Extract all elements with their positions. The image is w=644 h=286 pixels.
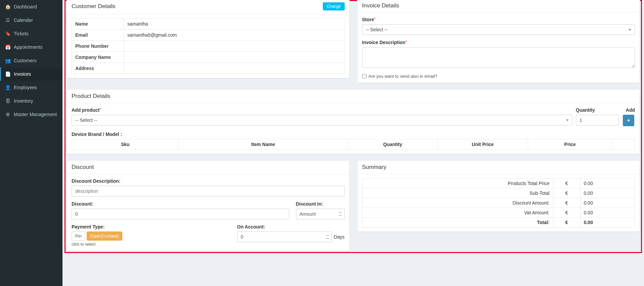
discount-input[interactable] xyxy=(72,209,289,219)
sidebar-item-tickets[interactable]: 🔖 Tickets xyxy=(0,27,62,40)
product-table: Sku Item Name Quantity Unit Price Price xyxy=(72,139,635,150)
send-email-label: Are you want to send also in email? xyxy=(369,74,437,79)
tickets-icon: 🔖 xyxy=(5,31,10,36)
sidebar-item-invoices[interactable]: 📄 Invoices xyxy=(0,67,62,81)
currency-symbol: € xyxy=(553,208,580,218)
discount-in-value: Amount xyxy=(300,211,316,217)
address-value xyxy=(124,63,345,74)
discount-description-input[interactable] xyxy=(72,186,345,196)
product-select-value: -- Select -- xyxy=(75,117,97,123)
product-details-card: Product Details Add product* -- Select -… xyxy=(67,89,640,154)
col-actions xyxy=(612,139,635,150)
sidebar-item-calender[interactable]: ☰ Calender xyxy=(0,13,62,27)
card-title: Product Details xyxy=(72,93,110,100)
summary-value: 0.00 xyxy=(580,208,635,218)
summary-label: Discount Amount: xyxy=(362,198,553,208)
discount-in-select[interactable]: Amount xyxy=(296,209,345,219)
currency-symbol: € xyxy=(553,179,580,188)
email-label: Email xyxy=(72,30,124,41)
discount-card: Discount Discount Description: Discount:… xyxy=(67,160,350,251)
sidebar-item-label: Master Management xyxy=(14,112,57,117)
card-title: Summary xyxy=(362,164,387,171)
summary-label: Sub-Total xyxy=(362,188,553,198)
currency-symbol: € xyxy=(553,188,580,198)
summary-value: 0.00 xyxy=(580,179,635,188)
table-row: Company Name xyxy=(72,52,345,63)
name-value: samantha xyxy=(124,19,345,30)
table-row: Phone Number xyxy=(72,41,345,52)
card-title: Customer Details xyxy=(72,3,115,10)
customers-icon: 👥 xyxy=(5,58,10,63)
chevron-down-icon xyxy=(629,29,631,31)
sidebar-item-label: Tickets xyxy=(14,31,29,36)
summary-row-subtotal: Sub-Total € 0.00 xyxy=(362,188,635,198)
on-account-value: 0 xyxy=(241,234,244,240)
summary-value: 0.00 xyxy=(580,218,635,227)
table-row: Address xyxy=(72,63,345,74)
payment-cash-button[interactable]: Cash(Contant) xyxy=(87,231,123,241)
on-account-input[interactable]: 0 xyxy=(237,231,332,242)
summary-table: Products Total Price € 0.00 Sub-Total € … xyxy=(362,178,635,227)
sidebar-item-employees[interactable]: 👤 Employees xyxy=(0,81,62,94)
col-quantity: Quantity xyxy=(348,139,438,150)
add-product-button[interactable]: + xyxy=(623,115,634,126)
sidebar-item-inventory[interactable]: 🗄 Inventory xyxy=(0,94,62,108)
payment-type-label: Payment Type: xyxy=(72,224,230,229)
col-item-name: Item Name xyxy=(179,139,348,150)
summary-label: Products Total Price xyxy=(362,179,553,188)
sidebar-item-label: Customers xyxy=(14,58,37,63)
table-row: Name samantha xyxy=(72,19,345,30)
sidebar-item-appointments[interactable]: 📅 Appointments xyxy=(0,40,62,54)
add-product-label: Add product* xyxy=(72,107,572,113)
days-suffix: Days xyxy=(334,234,345,240)
sidebar-item-label: Calender xyxy=(14,17,33,23)
sidebar-item-label: Invoices xyxy=(14,71,31,77)
invoice-description-label: Invoice Description* xyxy=(362,40,635,45)
send-email-checkbox[interactable] xyxy=(362,74,367,78)
phone-value xyxy=(124,41,345,52)
address-label: Address xyxy=(72,63,124,74)
summary-label: Total: xyxy=(362,218,553,227)
invoices-icon: 📄 xyxy=(5,71,10,77)
add-label: Add xyxy=(622,107,635,113)
main-content: Customer Details Change Name samantha Em… xyxy=(62,0,644,286)
sidebar-item-dashboard[interactable]: 🏠 Dashboard xyxy=(0,0,62,13)
sidebar-item-label: Dashboard xyxy=(14,4,37,9)
table-header-row: Sku Item Name Quantity Unit Price Price xyxy=(72,139,635,150)
quantity-label: Quantity xyxy=(576,107,619,113)
company-value xyxy=(124,52,345,63)
company-label: Company Name xyxy=(72,52,124,63)
employees-icon: 👤 xyxy=(5,85,10,90)
change-customer-button[interactable]: Change xyxy=(323,2,344,10)
store-select-value: -- Select -- xyxy=(366,27,388,32)
plus-icon: + xyxy=(627,117,630,123)
col-sku: Sku xyxy=(72,139,179,150)
phone-label: Phone Number xyxy=(72,41,124,52)
customer-details-card: Customer Details Change Name samantha Em… xyxy=(67,0,350,78)
summary-value: 0.00 xyxy=(580,198,635,208)
quantity-input[interactable] xyxy=(576,115,619,126)
product-select[interactable]: -- Select -- xyxy=(72,115,572,126)
sidebar-item-master-management[interactable]: ⚙ Master Management xyxy=(0,108,62,121)
sidebar-item-label: Inventory xyxy=(14,98,33,104)
sidebar: 🏠 Dashboard ☰ Calender 🔖 Tickets 📅 Appoi… xyxy=(0,0,62,286)
calender-icon: ☰ xyxy=(5,17,10,23)
name-label: Name xyxy=(72,19,124,30)
card-title: Invoice Details xyxy=(362,2,399,9)
sidebar-item-customers[interactable]: 👥 Customers xyxy=(0,54,62,67)
summary-row-products-total: Products Total Price € 0.00 xyxy=(362,179,635,188)
sidebar-item-label: Employees xyxy=(14,85,37,90)
invoice-description-textarea[interactable] xyxy=(362,47,635,68)
col-price: Price xyxy=(528,139,612,150)
summary-row-discount: Discount Amount: € 0.00 xyxy=(362,198,635,208)
col-unit-price: Unit Price xyxy=(438,139,528,150)
store-select[interactable]: -- Select -- xyxy=(362,24,635,35)
highlight-outline: Customer Details Change Name samantha Em… xyxy=(65,0,642,253)
summary-value: 0.00 xyxy=(580,188,635,198)
payment-pin-button[interactable]: Pin xyxy=(72,231,85,241)
invoice-details-card: Invoice Details Store* -- Select -- Invo… xyxy=(357,0,640,83)
payment-hint: click to select xyxy=(72,242,230,247)
customer-details-table: Name samantha Email samantha5@gmail.com … xyxy=(72,18,345,74)
summary-card: Summary Products Total Price € 0.00 Sub-… xyxy=(357,160,640,232)
currency-symbol: € xyxy=(553,198,580,208)
